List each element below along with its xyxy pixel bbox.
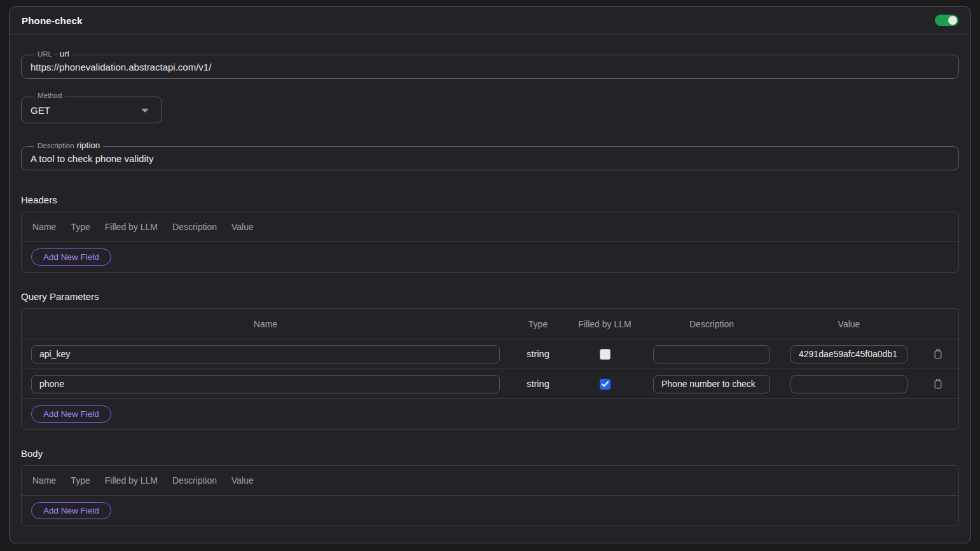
col-filled-by-llm: Filled by LLM	[567, 319, 643, 329]
col-description: Description	[172, 475, 217, 486]
card-content: URL · url https://phonevalidation.abstra…	[10, 55, 970, 526]
col-name: Name	[22, 319, 509, 329]
url-field: URL · url https://phonevalidation.abstra…	[21, 55, 959, 79]
body-section-title: Body	[21, 448, 959, 459]
col-name: Name	[32, 475, 56, 486]
col-type: Type	[71, 222, 90, 232]
col-value: Value	[780, 319, 918, 329]
query-params-add-field-button[interactable]: Add New Field	[31, 405, 111, 423]
trash-icon	[933, 378, 943, 390]
delete-row-button[interactable]	[932, 347, 944, 361]
delete-row-button[interactable]	[932, 377, 944, 391]
body-add-field-button[interactable]: Add New Field	[31, 502, 111, 519]
col-filled-by-llm: Filled by LLM	[105, 222, 158, 232]
col-value: Value	[231, 475, 254, 486]
headers-section-title: Headers	[21, 194, 959, 205]
query-params-table: Name Type Filled by LLM Description Valu…	[21, 308, 959, 430]
query-param-row-phone: string	[22, 369, 958, 399]
headers-add-field-button[interactable]: Add New Field	[31, 248, 111, 266]
filled-by-llm-checkbox[interactable]	[600, 349, 611, 360]
method-label-caption: Method	[38, 91, 62, 100]
trash-icon	[933, 348, 943, 360]
col-name: Name	[32, 222, 56, 232]
headers-table: Name Type Filled by LLM Description Valu…	[21, 212, 959, 273]
headers-table-header: Name Type Filled by LLM Description Valu…	[22, 212, 958, 242]
description-field-label: Description ription	[34, 140, 103, 151]
url-label-caption: URL	[38, 50, 52, 59]
description-field: Description ription A tool to check phon…	[21, 146, 959, 170]
param-type-text: string	[527, 349, 549, 359]
method-field-label: Method	[34, 91, 65, 100]
tool-title: Phone-check	[22, 15, 83, 26]
chevron-down-icon	[141, 109, 149, 112]
param-value-input[interactable]	[790, 375, 908, 393]
query-params-section-title: Query Parameters	[21, 291, 959, 302]
param-name-input[interactable]	[31, 345, 500, 364]
param-description-input[interactable]	[653, 375, 770, 393]
col-description: Description	[643, 319, 780, 329]
param-name-input[interactable]	[31, 375, 500, 393]
param-type-text: string	[527, 379, 549, 389]
description-input[interactable]: A tool to check phone validity	[31, 153, 153, 164]
query-params-table-header: Name Type Filled by LLM Description Valu…	[22, 309, 958, 339]
body-table-header: Name Type Filled by LLM Description Valu…	[22, 466, 958, 496]
toggle-knob-icon	[948, 16, 957, 25]
col-description: Description	[172, 222, 217, 232]
card-header: Phone-check	[10, 7, 970, 34]
col-type: Type	[71, 475, 90, 486]
description-label-caption: Description	[38, 141, 74, 151]
url-label-name: url	[60, 49, 69, 58]
query-param-row-api-key: string	[22, 339, 958, 369]
query-params-table-footer: Add New Field	[22, 399, 958, 429]
checkmark-icon	[602, 381, 609, 387]
tool-enabled-toggle[interactable]	[935, 15, 958, 26]
method-selected-value: GET	[31, 105, 50, 116]
description-label-name: ription	[77, 140, 100, 150]
headers-table-footer: Add New Field	[22, 242, 958, 272]
body-table-footer: Add New Field	[22, 496, 958, 526]
tool-config-card: Phone-check URL · url https://phonevalid…	[9, 6, 971, 543]
url-field-label: URL · url	[34, 49, 72, 59]
param-value-input[interactable]	[790, 345, 908, 364]
url-input[interactable]: https://phonevalidation.abstractapi.com/…	[31, 62, 211, 72]
param-description-input[interactable]	[653, 345, 770, 364]
col-filled-by-llm: Filled by LLM	[105, 475, 158, 486]
filled-by-llm-checkbox[interactable]	[600, 379, 611, 390]
col-type: Type	[509, 319, 567, 329]
col-value: Value	[231, 222, 254, 232]
method-select[interactable]: Method GET	[21, 97, 162, 123]
body-table: Name Type Filled by LLM Description Valu…	[21, 465, 959, 526]
url-label-separator: ·	[55, 50, 57, 59]
